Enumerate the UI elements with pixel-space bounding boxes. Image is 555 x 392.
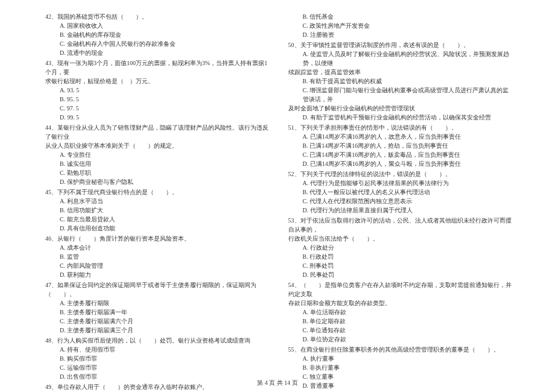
option-b: B. 行政处罚 xyxy=(288,252,513,261)
option-c: C. 增强监督部门能与银行业金融机构董事会或高级管理人员进行严肃认真的监管谈话，… xyxy=(288,86,513,104)
option-b: B. 信用功能扩大 xyxy=(45,206,270,215)
question-48: 48、行为人购买假币后使用的，以（ ）处罚。银行从业资格考试成绩查询 A. 持有… xyxy=(45,336,270,381)
question-50: 50、关于审慎性监督管理谈话制度的作用，表述有误的是（ ）。 A. 使监管人员及… xyxy=(288,40,513,122)
option-c: C. 97. 5 xyxy=(45,104,270,113)
option-b: B. 监管 xyxy=(45,252,270,261)
right-column: B. 信托基金 C. 政策性房地产开发资金 D. 注册验资 50、关于审慎性监督… xyxy=(282,12,519,356)
question-stem: 47、如果保证合同约定的保证期间早于或者等于主债务履行期限的，保证期间为（ ）。 xyxy=(45,280,270,299)
option-a: A. 执行董事 xyxy=(288,354,513,363)
option-a: A. 专业胜任 xyxy=(45,150,270,159)
question-stem-cont: 求银行贴现时，贴现价格是（ ）万元。 xyxy=(45,77,270,86)
question-stem: 55、在商业银行担任除董事职务外的其他高级经营管理职务的董事是（ ）。 xyxy=(288,345,513,354)
question-43: 43、现有一张为期3个月，面值100万元的票据，贴现利率为3%，当持票人持有票据… xyxy=(45,58,270,122)
page-footer: 第 4 页 共 14 页 xyxy=(0,379,555,387)
question-stem: 45、下列不属于现代商业银行特点的是（ ）。 xyxy=(45,188,270,197)
option-d: D. 主债务履行期届满三个月 xyxy=(45,326,270,335)
option-b: B. 单位定期存款 xyxy=(288,317,513,326)
option-d: D. 流通中的现金 xyxy=(45,48,270,57)
option-d: D. 保护商业秘密与客户隐私 xyxy=(45,177,270,186)
page-content: 42、我国的基础货币不包括（ ）。 A. 国家税收收入 B. 金融机构的库存现金… xyxy=(0,0,555,374)
option-b: B. 已满14周岁不满16周岁的人，抢劫，应当负刑事责任 xyxy=(288,141,513,150)
option-c: C. 运输假币罪 xyxy=(45,363,270,372)
option-c: C. 金融机构存入中国人民银行的存款准备金 xyxy=(45,39,270,48)
option-d: D. 代理行为的法律后果直接归属于代理人 xyxy=(288,206,513,215)
option-d: D. 有助于监管机构干预银行业金融机构的经营活动，以确保其安全经营 xyxy=(288,113,513,122)
question-46: 46、从银行（ ）角度计算的银行资本是风险资本。 A. 成本会计 B. 监管 C… xyxy=(45,234,270,279)
question-stem: 53、对于依法应当取得行政许可的活动，公民、法人或者其他组织未经行政许可而擅自从… xyxy=(288,216,513,234)
question-53: 53、对于依法应当取得行政许可的活动，公民、法人或者其他组织未经行政许可而擅自从… xyxy=(288,216,513,279)
option-b: B. 有助于提高监管机构的权威 xyxy=(288,77,513,86)
option-b: B. 金融机构的库存现金 xyxy=(45,30,270,39)
option-c: C. 主债务履行期届满六个月 xyxy=(45,317,270,326)
option-c: C. 内部风险管理 xyxy=(45,261,270,270)
question-45: 45、下列不属于现代商业银行特点的是（ ）。 A. 利息水平适当 B. 信用功能… xyxy=(45,188,270,233)
option-d: D. 单位协定存款 xyxy=(288,335,513,344)
option-a: A. 国家税收收入 xyxy=(45,21,270,30)
option-a: A. 使监管人员及时了解银行业金融机构的经营状况、风险状况，并预测发展趋势，以便… xyxy=(288,49,513,68)
option-c: C. 代理人在代理权限范围内独立意思表示 xyxy=(288,197,513,206)
option-d: D. 注册验资 xyxy=(288,30,513,39)
option-a: A. 主债务履行期限 xyxy=(45,299,270,308)
question-stem: 48、行为人购买假币后使用的，以（ ）处罚。银行从业资格考试成绩查询 xyxy=(45,336,270,345)
option-a: A. 成本会计 xyxy=(45,243,270,252)
option-b: B. 诚实信用 xyxy=(45,159,270,168)
question-stem-cont: 行政机关应当依法给予（ ）。 xyxy=(288,234,513,243)
question-54: 54、（ ）是指单位类客户在存入款项时不约定存期，支取时需提前通知银行，并约定支… xyxy=(288,280,513,344)
option-c: C. 单位通知存款 xyxy=(288,326,513,335)
option-b: B. 代理人一般应以被代理人的名义从事代理活动 xyxy=(288,188,513,197)
option-d: D. 已满14周岁不满16周岁的人，聚众斗殴，应当负刑事责任 xyxy=(288,159,513,168)
option-b: B. 主债务履行期届满一年 xyxy=(45,308,270,317)
option-a: A. 93. 5 xyxy=(45,86,270,95)
question-stem: 52、下列关于代理的法律特征的说法中，错误的是（ ）。 xyxy=(288,169,513,179)
question-49-cont: B. 信托基金 C. 政策性房地产开发资金 D. 注册验资 xyxy=(288,12,513,39)
left-column: 42、我国的基础货币不包括（ ）。 A. 国家税收收入 B. 金融机构的库存现金… xyxy=(45,12,282,356)
question-42: 42、我国的基础货币不包括（ ）。 A. 国家税收收入 B. 金融机构的库存现金… xyxy=(45,12,270,57)
option-c: C. 能充当最后贷款人 xyxy=(45,215,270,224)
question-stem: 54、（ ）是指单位类客户在存入款项时不约定存期，支取时需提前通知银行，并约定支… xyxy=(288,280,513,299)
option-d: D. 99. 5 xyxy=(45,113,270,122)
question-44: 44、某银行业从业人员为了销售理财产品，隐瞒了该理财产品的风险性。该行为违反了银… xyxy=(45,123,270,186)
option-c: C. 已满14周岁不满16周岁的人，贩卖毒品，应当负刑事责任 xyxy=(288,150,513,159)
question-stem-cont: 存款日期和金额方能支取的存款类型。 xyxy=(288,299,513,308)
option-d: D. 具有信用创造功能 xyxy=(45,224,270,233)
question-47: 47、如果保证合同约定的保证期间早于或者等于主债务履行期限的，保证期间为（ ）。… xyxy=(45,280,270,335)
option-d: D. 获利能力 xyxy=(45,270,270,279)
option-d: D. 民事处罚 xyxy=(288,270,513,279)
option-b: B. 购买假币罪 xyxy=(45,354,270,363)
option-a-cont: 续跟踪监管，提高监管效率 xyxy=(288,68,513,77)
question-52: 52、下列关于代理的法律特征的说法中，错误的是（ ）。 A. 代理行为是指能够引… xyxy=(288,169,513,215)
option-c: C. 政策性房地产开发资金 xyxy=(288,21,513,30)
question-stem: 42、我国的基础货币不包括（ ）。 xyxy=(45,12,270,21)
option-a: A. 已满14周岁不满16周岁的人，故意杀人，应当负刑事责任 xyxy=(288,132,513,141)
option-b: B. 信托基金 xyxy=(288,12,513,21)
question-51: 51、下列关于承担刑事责任的情形中，说法错误的有（ ）。 A. 已满14周岁不满… xyxy=(288,123,513,168)
question-stem: 50、关于审慎性监督管理谈话制度的作用，表述有误的是（ ）。 xyxy=(288,40,513,49)
option-a: A. 利息水平适当 xyxy=(45,197,270,206)
option-b: B. 非执行董事 xyxy=(288,363,513,372)
option-a: A. 单位活期存款 xyxy=(288,308,513,317)
question-stem: 43、现有一张为期3个月，面值100万元的票据，贴现利率为3%，当持票人持有票据… xyxy=(45,58,270,77)
option-b: B. 95. 5 xyxy=(45,95,270,104)
question-stem: 44、某银行业从业人员为了销售理财产品，隐瞒了该理财产品的风险性。该行为违反了银… xyxy=(45,123,270,141)
question-stem: 46、从银行（ ）角度计算的银行资本是风险资本。 xyxy=(45,234,270,243)
option-a: A. 代理行为是指能够引起民事法律后果的民事法律行为 xyxy=(288,179,513,188)
option-a: A. 行政处分 xyxy=(288,243,513,252)
option-c-cont: 及时全面地了解银行业金融机构的经营管理现状 xyxy=(288,104,513,113)
option-c: C. 勤勉尽职 xyxy=(45,168,270,177)
option-a: A. 持有、使用假币罪 xyxy=(45,345,270,354)
option-c: C. 刑事处罚 xyxy=(288,261,513,270)
question-stem: 51、下列关于承担刑事责任的情形中，说法错误的有（ ）。 xyxy=(288,123,513,132)
question-stem-cont: 从业人员职业操守基本准则关于（ ）的规定。 xyxy=(45,141,270,150)
